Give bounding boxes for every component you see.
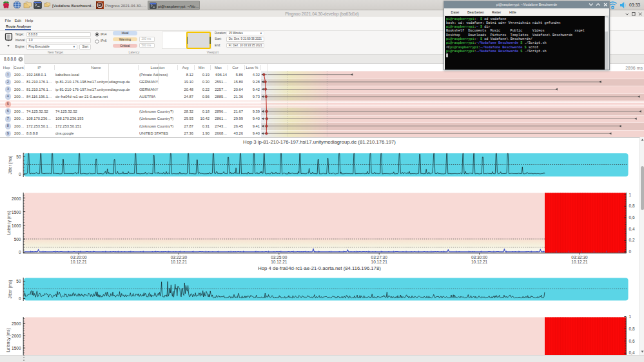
svg-text:50: 50 xyxy=(16,155,21,159)
svg-text:0,2: 0,2 xyxy=(629,238,635,242)
svg-text:03:25:00: 03:25:00 xyxy=(271,255,288,260)
svg-text:10.12.21: 10.12.21 xyxy=(271,260,288,264)
svg-text:1: 1 xyxy=(629,314,632,319)
svg-text:10.12.21: 10.12.21 xyxy=(70,260,87,264)
svg-text:2000: 2000 xyxy=(12,334,21,338)
svg-text:1500: 1500 xyxy=(12,346,21,350)
svg-text:0,6: 0,6 xyxy=(629,215,635,220)
svg-text:0: 0 xyxy=(19,296,21,301)
svg-text:Jitter (ms): Jitter (ms) xyxy=(8,156,13,175)
svg-text:03:32:30: 03:32:30 xyxy=(571,255,588,260)
svg-text:50: 50 xyxy=(16,279,21,283)
svg-text:Latency (ms): Latency (ms) xyxy=(6,328,11,352)
svg-text:0: 0 xyxy=(19,250,21,254)
svg-text:Latency (ms): Latency (ms) xyxy=(6,211,12,235)
svg-text:10.12.21: 10.12.21 xyxy=(471,260,488,264)
svg-text:2000: 2000 xyxy=(12,196,21,201)
svg-text:1: 1 xyxy=(629,193,632,197)
svg-text:0,6: 0,6 xyxy=(629,339,635,343)
svg-text:1000: 1000 xyxy=(12,224,21,228)
svg-text:2500: 2500 xyxy=(12,321,21,326)
svg-text:10.12.21: 10.12.21 xyxy=(571,260,588,264)
svg-text:10.12.21: 10.12.21 xyxy=(171,260,188,264)
svg-text:0,4: 0,4 xyxy=(629,227,635,231)
svg-text:0,8: 0,8 xyxy=(629,327,635,331)
svg-text:500: 500 xyxy=(14,237,21,242)
svg-text:0,4: 0,4 xyxy=(629,350,635,355)
svg-text:0: 0 xyxy=(19,172,21,176)
svg-text:03:27:30: 03:27:30 xyxy=(371,255,388,260)
svg-text:03:20:00: 03:20:00 xyxy=(70,255,87,260)
svg-text:10.12.21: 10.12.21 xyxy=(371,260,388,264)
svg-text:03:30:00: 03:30:00 xyxy=(471,255,488,260)
svg-text:Jitter (ms): Jitter (ms) xyxy=(8,280,13,299)
svg-text:1500: 1500 xyxy=(12,210,21,214)
svg-text:0,8: 0,8 xyxy=(629,204,635,208)
svg-text:03:22:30: 03:22:30 xyxy=(171,255,188,260)
svg-text:0: 0 xyxy=(629,249,632,254)
